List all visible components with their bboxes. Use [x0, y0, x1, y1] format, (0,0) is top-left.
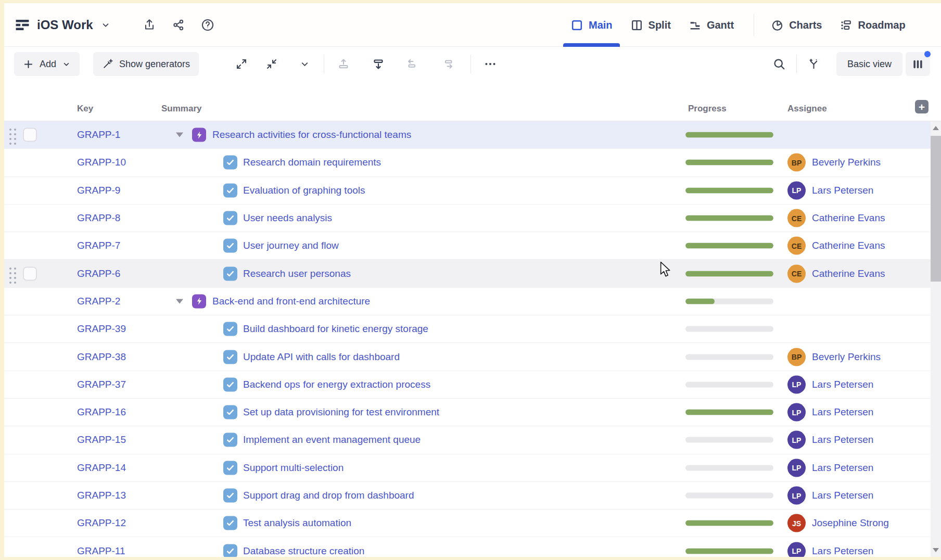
issue-summary[interactable]: User needs analysis [243, 212, 332, 224]
assignee-name[interactable]: Lars Petersen [812, 185, 873, 196]
table-row-grapp-6[interactable]: GRAPP-6 Research user personas CE Cather… [4, 260, 931, 287]
tab-roadmap[interactable]: Roadmap [840, 3, 905, 47]
table-row-grapp-14[interactable]: GRAPP-14 Support multi-selection LP Lars… [4, 454, 931, 482]
export-icon[interactable] [143, 18, 156, 32]
column-header-key[interactable]: Key [77, 104, 93, 114]
assignee-name[interactable]: Lars Petersen [812, 406, 873, 418]
assignee-avatar[interactable]: CE [787, 264, 806, 283]
issue-summary[interactable]: Evaluation of graphing tools [243, 185, 365, 196]
move-down-icon[interactable] [367, 52, 390, 76]
tab-split[interactable]: Split [630, 3, 671, 47]
show-generators-button[interactable]: Show generators [93, 52, 199, 76]
more-actions-icon[interactable] [479, 52, 502, 76]
add-column-button[interactable]: + [915, 100, 929, 113]
assignee-avatar[interactable]: BP [787, 348, 806, 366]
issue-key[interactable]: GRAPP-37 [77, 379, 126, 390]
issue-summary[interactable]: Test analysis automation [243, 517, 351, 529]
table-row-grapp-39[interactable]: GRAPP-39 Build dashboard for kinetic ene… [4, 315, 931, 343]
column-header-summary[interactable]: Summary [161, 104, 201, 114]
assignee-name[interactable]: Josephine Strong [812, 517, 889, 529]
issue-key[interactable]: GRAPP-6 [77, 268, 120, 279]
issue-key[interactable]: GRAPP-15 [77, 434, 126, 446]
assignee-avatar[interactable]: LP [787, 375, 806, 393]
table-row-grapp-9[interactable]: GRAPP-9 Evaluation of graphing tools LP … [4, 177, 931, 205]
expand-all-icon[interactable] [230, 52, 253, 76]
assignee-name[interactable]: Lars Petersen [812, 462, 873, 474]
issue-summary[interactable]: Support multi-selection [243, 462, 344, 474]
issue-summary[interactable]: Research activities for cross-functional… [212, 129, 411, 141]
row-checkbox[interactable] [23, 128, 37, 142]
tab-charts[interactable]: Charts [771, 3, 822, 47]
assignee-name[interactable]: Lars Petersen [812, 545, 873, 557]
expander-icon[interactable] [176, 299, 183, 303]
issue-summary[interactable]: Database structure creation [243, 545, 364, 557]
issue-summary[interactable]: Support drag and drop from dashboard [243, 490, 414, 501]
assignee-name[interactable]: Lars Petersen [812, 379, 873, 390]
vertical-scrollbar[interactable] [931, 121, 941, 557]
scroll-down-icon[interactable] [933, 548, 939, 552]
assignee-avatar[interactable]: LP [787, 181, 806, 199]
column-header-assignee[interactable]: Assignee [787, 104, 827, 114]
issue-summary[interactable]: Implement an event management queue [243, 434, 421, 446]
column-header-progress[interactable]: Progress [688, 104, 727, 114]
expander-icon[interactable] [176, 133, 183, 137]
issue-key[interactable]: GRAPP-1 [77, 129, 120, 141]
issue-summary[interactable]: User journey and flow [243, 240, 339, 251]
quick-transformations-icon[interactable] [802, 52, 825, 76]
table-row-grapp-13[interactable]: GRAPP-13 Support drag and drop from dash… [4, 482, 931, 510]
columns-button[interactable] [906, 52, 930, 76]
issue-summary[interactable]: Back-end and front-end architecture [212, 296, 370, 307]
issue-summary[interactable]: Build dashboard for kinetic energy stora… [243, 323, 428, 335]
issue-key[interactable]: GRAPP-14 [77, 462, 126, 474]
issue-key[interactable]: GRAPP-2 [77, 296, 120, 307]
structure-board-title-group[interactable]: iOS Work [15, 3, 110, 47]
issue-summary[interactable]: Research user personas [243, 268, 351, 279]
table-row-grapp-38[interactable]: GRAPP-38 Update API with calls for dashb… [4, 343, 931, 371]
issue-key[interactable]: GRAPP-11 [77, 545, 125, 557]
issue-summary[interactable]: Update API with calls for dashboard [243, 351, 400, 363]
table-row-grapp-11[interactable]: GRAPP-11 Database structure creation LP … [4, 537, 931, 557]
table-row-grapp-16[interactable]: GRAPP-16 Set up data provisioning for te… [4, 399, 931, 426]
assignee-avatar[interactable]: LP [787, 459, 806, 477]
add-button[interactable]: Add [14, 52, 80, 76]
table-row-grapp-1[interactable]: GRAPP-1 Research activities for cross-fu… [4, 121, 931, 149]
table-row-grapp-8[interactable]: GRAPP-8 User needs analysis CE Catherine… [4, 205, 931, 232]
table-row-grapp-7[interactable]: GRAPP-7 User journey and flow CE Catheri… [4, 232, 931, 260]
share-icon[interactable] [172, 18, 185, 32]
tab-main[interactable]: Main [570, 3, 613, 47]
assignee-avatar[interactable]: LP [787, 431, 806, 449]
help-icon[interactable] [201, 18, 214, 32]
assignee-avatar[interactable]: LP [787, 542, 806, 557]
search-icon[interactable] [768, 52, 791, 76]
issue-key[interactable]: GRAPP-39 [77, 323, 126, 335]
drag-handle-icon[interactable] [9, 272, 11, 274]
assignee-name[interactable]: Beverly Perkins [812, 351, 881, 363]
assignee-avatar[interactable]: BP [787, 154, 806, 172]
assignee-avatar[interactable]: CE [787, 209, 806, 227]
issue-key[interactable]: GRAPP-12 [77, 517, 126, 529]
issue-summary[interactable]: Backend ops for energy extraction proces… [243, 379, 430, 390]
assignee-name[interactable]: Beverly Perkins [812, 157, 881, 168]
issue-summary[interactable]: Research domain requirements [243, 157, 381, 168]
issue-summary[interactable]: Set up data provisioning for test enviro… [243, 406, 439, 418]
scrollbar-thumb[interactable] [931, 136, 941, 282]
view-selector-button[interactable]: Basic view [836, 52, 902, 76]
assignee-name[interactable]: Catherine Evans [812, 212, 885, 224]
tab-gantt[interactable]: Gantt [689, 3, 734, 47]
assignee-name[interactable]: Catherine Evans [812, 240, 885, 251]
table-row-grapp-15[interactable]: GRAPP-15 Implement an event management q… [4, 426, 931, 454]
row-checkbox[interactable] [23, 266, 37, 281]
scroll-up-icon[interactable] [933, 126, 939, 130]
collapse-all-icon[interactable] [260, 52, 283, 76]
chevron-down-icon[interactable] [101, 20, 110, 30]
assignee-avatar[interactable]: CE [787, 237, 806, 255]
issue-key[interactable]: GRAPP-7 [77, 240, 120, 251]
table-row-grapp-2[interactable]: GRAPP-2 Back-end and front-end architect… [4, 288, 931, 315]
issue-key[interactable]: GRAPP-38 [77, 351, 126, 363]
assignee-avatar[interactable]: JS [787, 514, 806, 532]
table-row-grapp-12[interactable]: GRAPP-12 Test analysis automation JS Jos… [4, 510, 931, 537]
assignee-name[interactable]: Lars Petersen [812, 490, 873, 501]
issue-key[interactable]: GRAPP-13 [77, 490, 126, 501]
assignee-name[interactable]: Catherine Evans [812, 268, 885, 279]
issue-key[interactable]: GRAPP-10 [77, 157, 126, 168]
